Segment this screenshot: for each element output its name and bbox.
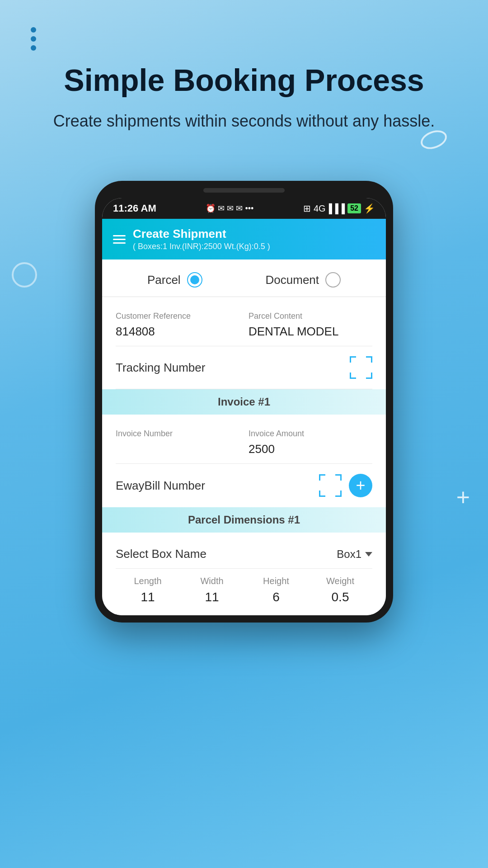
select-box-label: Select Box Name bbox=[116, 547, 206, 561]
invoice-details-row: Invoice Number Invoice Amount 2500 bbox=[116, 422, 372, 464]
invoice-amount-field[interactable]: Invoice Amount 2500 bbox=[249, 429, 372, 456]
ewaybill-actions: + bbox=[319, 474, 372, 497]
hero-title: Simple Booking Process bbox=[0, 63, 488, 97]
three-dots-decoration bbox=[31, 27, 36, 51]
document-option[interactable]: Document bbox=[266, 272, 341, 288]
parcel-content-value: DENTAL MODEL bbox=[249, 325, 372, 339]
header-subtitle: ( Boxes:1 Inv.(INR):2500 Wt.(Kg):0.5 ) bbox=[133, 242, 270, 251]
status-icons: ⏰ ✉ ✉ ✉ ••• bbox=[206, 203, 253, 213]
battery-indicator: 52 bbox=[347, 203, 361, 213]
invoice-number-label: Invoice Number bbox=[116, 429, 239, 439]
invoice-section: Invoice Number Invoice Amount 2500 EwayB… bbox=[102, 415, 386, 507]
phone-mockup: 11:26 AM ⏰ ✉ ✉ ✉ ••• ⊞ 4G▐▐▐ 52 ⚡ Create… bbox=[95, 181, 393, 623]
ewaybill-label: EwayBill Number bbox=[116, 479, 205, 493]
dimensions-values-row: Length 11 Width 11 Height 6 Weight 0.5 bbox=[116, 569, 372, 608]
header-text: Create Shipment ( Boxes:1 Inv.(INR):2500… bbox=[133, 227, 270, 251]
weight-value: 0.5 bbox=[308, 590, 372, 604]
status-bar: 11:26 AM ⏰ ✉ ✉ ✉ ••• ⊞ 4G▐▐▐ 52 ⚡ bbox=[102, 198, 386, 219]
phone-speaker bbox=[203, 188, 285, 193]
customer-reference-value: 814808 bbox=[116, 325, 239, 339]
plus-decoration: + bbox=[456, 484, 470, 511]
hero-subtitle: Create shipments within seconds without … bbox=[0, 110, 488, 132]
width-label: Width bbox=[180, 576, 244, 586]
app-header: Create Shipment ( Boxes:1 Inv.(INR):2500… bbox=[102, 219, 386, 259]
phone-screen: 11:26 AM ⏰ ✉ ✉ ✉ ••• ⊞ 4G▐▐▐ 52 ⚡ Create… bbox=[102, 198, 386, 615]
parcel-radio-fill bbox=[190, 275, 199, 284]
width-col: Width 11 bbox=[180, 576, 244, 604]
tracking-number-label: Tracking Number bbox=[116, 361, 205, 375]
status-right: ⊞ 4G▐▐▐ 52 ⚡ bbox=[303, 203, 375, 214]
weight-label: Weight bbox=[308, 576, 372, 586]
ewaybill-row: EwayBill Number + bbox=[116, 464, 372, 507]
shipment-type-section: Parcel Document bbox=[102, 259, 386, 297]
select-box-value[interactable]: Box1 bbox=[337, 548, 372, 561]
tracking-number-row: Tracking Number bbox=[116, 346, 372, 389]
customer-reference-field[interactable]: Customer Reference 814808 bbox=[116, 311, 239, 339]
wifi-icon: ⊞ bbox=[303, 203, 311, 214]
reference-content-row: Customer Reference 814808 Parcel Content… bbox=[116, 304, 372, 346]
add-ewaybill-button[interactable]: + bbox=[349, 474, 372, 497]
form-section: Customer Reference 814808 Parcel Content… bbox=[102, 297, 386, 389]
status-time: 11:26 AM bbox=[113, 203, 156, 214]
bolt-icon: ⚡ bbox=[364, 203, 375, 214]
select-box-row: Select Box Name Box1 bbox=[116, 540, 372, 569]
dimensions-section-header: Parcel Dimensions #1 bbox=[102, 507, 386, 533]
parcel-option[interactable]: Parcel bbox=[147, 272, 202, 288]
document-label: Document bbox=[266, 273, 319, 287]
parcel-radio[interactable] bbox=[187, 272, 202, 288]
signal-icon: 4G▐▐▐ bbox=[314, 203, 345, 214]
hero-section: Simple Booking Process Create shipments … bbox=[0, 0, 488, 151]
height-value: 6 bbox=[244, 590, 308, 604]
customer-reference-label: Customer Reference bbox=[116, 311, 239, 321]
parcel-content-label: Parcel Content bbox=[249, 311, 372, 321]
length-col: Length 11 bbox=[116, 576, 180, 604]
length-value: 11 bbox=[116, 590, 180, 604]
invoice-number-field[interactable]: Invoice Number bbox=[116, 429, 239, 456]
phone-frame: 11:26 AM ⏰ ✉ ✉ ✉ ••• ⊞ 4G▐▐▐ 52 ⚡ Create… bbox=[95, 181, 393, 623]
parcel-content-field[interactable]: Parcel Content DENTAL MODEL bbox=[249, 311, 372, 339]
height-label: Height bbox=[244, 576, 308, 586]
ewaybill-scan-icon[interactable] bbox=[319, 474, 342, 497]
parcel-label: Parcel bbox=[147, 273, 181, 287]
invoice-amount-label: Invoice Amount bbox=[249, 429, 372, 439]
box-name-text: Box1 bbox=[337, 548, 361, 561]
circle-decoration bbox=[12, 262, 37, 288]
hamburger-menu[interactable] bbox=[113, 235, 126, 244]
tracking-scan-icon[interactable] bbox=[350, 356, 372, 379]
width-value: 11 bbox=[180, 590, 244, 604]
height-col: Height 6 bbox=[244, 576, 308, 604]
invoice-amount-value: 2500 bbox=[249, 442, 372, 456]
document-radio[interactable] bbox=[325, 272, 341, 288]
chevron-down-icon bbox=[365, 552, 372, 557]
dimensions-section: Select Box Name Box1 Length 11 Width 11 bbox=[102, 533, 386, 615]
header-title: Create Shipment bbox=[133, 227, 270, 241]
invoice-section-header: Invoice #1 bbox=[102, 389, 386, 415]
length-label: Length bbox=[116, 576, 180, 586]
weight-col: Weight 0.5 bbox=[308, 576, 372, 604]
